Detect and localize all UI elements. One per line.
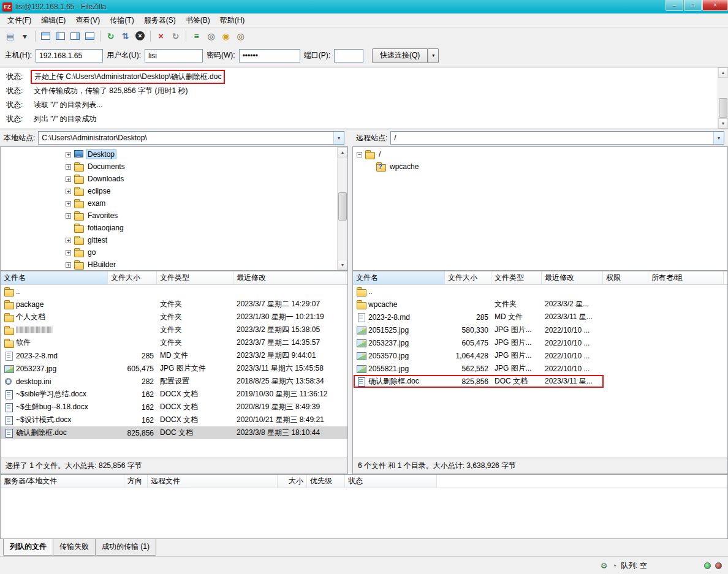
toggle-transfer-queue-button[interactable]: [83, 29, 97, 43]
chevron-down-icon[interactable]: ▾: [333, 132, 344, 144]
file-row[interactable]: package文件夹2023/3/7 星期二 14:29:07: [1, 298, 347, 311]
remote-site-combo[interactable]: ▾: [390, 131, 724, 145]
file-row[interactable]: desktop.ini282配置设置2018/8/25 星期六 13:58:34: [1, 375, 347, 388]
column-header[interactable]: 服务器/本地文件: [1, 475, 124, 488]
column-header[interactable]: 文件类型: [491, 271, 542, 284]
tree-item-wpcache[interactable]: ?wpcache: [353, 160, 727, 173]
password-input[interactable]: [239, 49, 300, 62]
scrollbar-thumb[interactable]: [338, 192, 347, 221]
file-row[interactable]: 2053237.jpg605,475JPG 图片...2022/10/10 ..…: [353, 336, 727, 349]
filter-button[interactable]: ◉: [219, 29, 233, 43]
file-row[interactable]: 2023-2-8.md285MD 文件2023/3/2 星期四 9:44:01: [1, 349, 347, 362]
column-header[interactable]: 大小: [278, 475, 307, 488]
port-input[interactable]: [334, 49, 363, 62]
refresh-button[interactable]: ↻: [104, 29, 118, 43]
tab-failed-transfers[interactable]: 传输失败: [53, 539, 96, 556]
panel-splitter[interactable]: [348, 271, 352, 474]
column-header[interactable]: 优先级: [307, 475, 345, 488]
menu-edit[interactable]: 编辑(E): [36, 13, 70, 28]
file-row[interactable]: 2055821.jpg562,552JPG 图片...2022/10/10 ..…: [353, 362, 727, 375]
column-header[interactable]: 状态: [345, 475, 437, 488]
expand-icon[interactable]: +: [66, 164, 71, 170]
collapse-icon[interactable]: −: [357, 152, 362, 157]
cancel-operation-button[interactable]: ×: [133, 29, 147, 43]
column-header[interactable]: 文件大小: [445, 271, 491, 284]
file-row[interactable]: 2023-2-8.md285MD 文件2023/3/11 星...: [353, 311, 727, 323]
file-row[interactable]: ~$sible学习总结.docx162DOCX 文档2019/10/30 星期三…: [1, 388, 347, 401]
settings-icon[interactable]: ⚙: [601, 561, 608, 570]
panel-splitter[interactable]: [348, 129, 352, 146]
column-header[interactable]: 远程文件: [148, 475, 278, 488]
column-header[interactable]: 文件名: [1, 271, 108, 284]
tree-item-root[interactable]: −/: [353, 148, 727, 160]
site-manager-dropdown-button[interactable]: ▾: [18, 29, 32, 43]
find-files-button[interactable]: ◎: [233, 29, 248, 43]
minimize-button[interactable]: –: [665, 0, 683, 11]
menu-help[interactable]: 帮助(H): [215, 13, 250, 28]
local-tree-scrollbar[interactable]: ▲ ▼: [337, 147, 347, 270]
file-row[interactable]: ..: [353, 285, 727, 298]
expand-icon[interactable]: +: [66, 213, 71, 219]
scroll-up-icon[interactable]: ▲: [338, 147, 347, 157]
file-row[interactable]: ..: [1, 285, 347, 298]
tree-item-eclipse[interactable]: +eclipse: [1, 185, 337, 197]
username-input[interactable]: [145, 49, 203, 62]
menu-server[interactable]: 服务器(S): [139, 13, 181, 28]
toggle-remote-tree-button[interactable]: [68, 29, 82, 43]
directory-comparison-button[interactable]: ≡: [189, 29, 203, 43]
file-row[interactable]: wpcache文件夹2023/3/2 星...: [353, 298, 727, 311]
file-row[interactable]: 个人文档文件夹2023/1/30 星期一 10:21:19: [1, 311, 347, 323]
tab-queued-files[interactable]: 列队的文件: [3, 539, 53, 556]
local-site-input[interactable]: [39, 132, 333, 144]
column-header[interactable]: 方向: [124, 475, 148, 488]
disconnect-button[interactable]: ×: [154, 29, 168, 43]
menu-view[interactable]: 查看(V): [70, 13, 105, 28]
scrollbar-track[interactable]: [718, 78, 728, 118]
menu-file[interactable]: 文件(F): [2, 13, 36, 28]
toggle-message-log-button[interactable]: [39, 29, 53, 43]
menu-bookmarks[interactable]: 书签(B): [181, 13, 215, 28]
panel-splitter[interactable]: [348, 146, 352, 271]
local-site-combo[interactable]: ▾: [38, 131, 344, 145]
file-row[interactable]: 2053570.jpg1,064,428JPG 图片...2022/10/10 …: [353, 349, 727, 362]
tree-item-go[interactable]: +go: [1, 246, 337, 259]
expand-icon[interactable]: +: [66, 250, 71, 255]
column-header[interactable]: 文件大小: [108, 271, 157, 284]
remote-site-input[interactable]: [391, 132, 713, 144]
log-scrollbar[interactable]: ▲ ▼: [718, 67, 728, 129]
chevron-down-icon[interactable]: ▾: [713, 132, 724, 144]
tree-item-exam[interactable]: +exam: [1, 197, 337, 210]
column-header[interactable]: 文件名: [353, 271, 445, 284]
scroll-up-icon[interactable]: ▲: [718, 67, 728, 78]
tree-item-favorites[interactable]: +Favorites: [1, 210, 337, 222]
column-header[interactable]: 最近修改: [233, 271, 346, 284]
expand-icon[interactable]: +: [66, 152, 71, 157]
file-row[interactable]: ~$生鲜bug--8.18.docx162DOCX 文档2020/8/19 星期…: [1, 401, 347, 414]
scroll-down-icon[interactable]: ▼: [718, 118, 728, 129]
tree-item-documents[interactable]: +Documents: [1, 160, 337, 173]
synchronized-browsing-button[interactable]: ◎: [204, 29, 218, 43]
file-row[interactable]: 文件夹2023/3/2 星期四 15:38:05: [1, 323, 347, 336]
expand-icon[interactable]: +: [66, 189, 71, 194]
expand-icon[interactable]: +: [66, 176, 71, 182]
reconnect-button[interactable]: ↻: [169, 29, 183, 43]
tree-item-gittest[interactable]: +gittest: [1, 234, 337, 246]
tree-item-fotiaoqiang[interactable]: fotiaoqiang: [1, 222, 337, 234]
toggle-local-tree-button[interactable]: [53, 29, 67, 43]
file-row[interactable]: 2051525.jpg580,330JPG 图片...2022/10/10 ..…: [353, 323, 727, 336]
file-row[interactable]: 确认删除框.doc825,856DOC 文档2023/3/11 星...: [353, 375, 727, 388]
scrollbar-thumb[interactable]: [719, 98, 727, 118]
scrollbar-track[interactable]: [338, 157, 347, 260]
expand-icon[interactable]: +: [66, 238, 71, 243]
scroll-down-icon[interactable]: ▼: [338, 260, 347, 270]
tree-item-downloads[interactable]: +Downloads: [1, 173, 337, 185]
tab-successful-transfers[interactable]: 成功的传输 (1): [95, 539, 156, 556]
quickconnect-dropdown-button[interactable]: ▾: [428, 48, 439, 63]
site-manager-button[interactable]: ▤: [3, 29, 17, 43]
process-queue-button[interactable]: ⇅: [118, 29, 132, 43]
tree-item-desktop[interactable]: +Desktop: [1, 148, 337, 160]
file-row[interactable]: ~$设计模式.docx162DOCX 文档2020/10/21 星期三 8:49…: [1, 414, 347, 426]
quickconnect-button[interactable]: 快速连接(Q): [372, 48, 428, 63]
column-header[interactable]: 所有者/组: [648, 271, 724, 284]
menu-transfer[interactable]: 传输(T): [105, 13, 138, 28]
